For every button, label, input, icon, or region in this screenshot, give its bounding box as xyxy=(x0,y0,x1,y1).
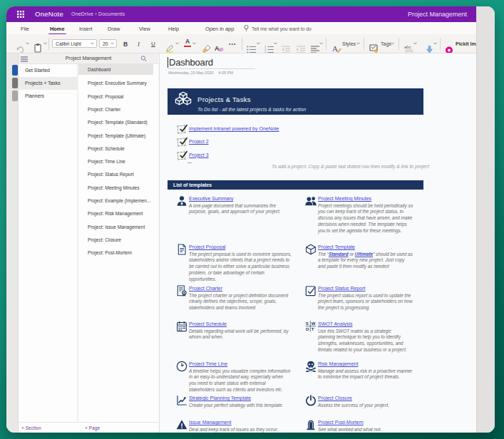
section-color-tab[interactable] xyxy=(12,91,18,101)
highlight-button[interactable] xyxy=(165,39,174,53)
page-item[interactable]: Project: Charter xyxy=(78,103,153,116)
font-color-button[interactable]: A xyxy=(184,38,191,47)
paste-dropdown-chevron[interactable] xyxy=(43,42,47,45)
new-page-button[interactable]: + Page xyxy=(85,425,100,430)
bullets-chevron[interactable] xyxy=(257,42,260,45)
italic-button[interactable]: I xyxy=(138,34,140,53)
bold-button[interactable]: B xyxy=(123,34,128,53)
menu-draw[interactable]: Draw xyxy=(108,26,120,32)
page-item[interactable]: Project: Time Line xyxy=(78,155,153,168)
template-link[interactable]: Project Charter xyxy=(189,286,224,291)
skull-icon xyxy=(305,361,317,372)
styles-chevron[interactable] xyxy=(356,42,360,45)
breadcrumb[interactable]: OneDrive › Documents xyxy=(71,11,125,16)
paste-button[interactable] xyxy=(34,38,41,53)
bullets-button[interactable] xyxy=(247,40,256,53)
page-item[interactable]: Project: Proposal xyxy=(78,91,153,103)
new-section-button[interactable]: + Section xyxy=(21,425,41,430)
page-item[interactable]: Project: Template (Standard) xyxy=(78,116,153,129)
template-link[interactable]: Project Meeting Minutes xyxy=(318,196,373,201)
template-link[interactable]: Strategic Planning Template xyxy=(189,396,252,401)
menu-view[interactable]: View xyxy=(139,26,150,32)
page-item[interactable]: Project: Executive Summary xyxy=(78,77,153,90)
page-item[interactable]: Project: Risk Management xyxy=(78,207,153,220)
spelling-chevron[interactable] xyxy=(413,42,417,45)
section-color-tab[interactable] xyxy=(12,78,18,88)
app-launcher-icon[interactable] xyxy=(17,11,24,18)
styles-button[interactable]: Styles xyxy=(342,34,356,53)
page-item[interactable]: Project: Example (Implemen... xyxy=(78,195,153,207)
format-painter-button[interactable] xyxy=(202,39,211,53)
tags-button[interactable]: Tags xyxy=(381,34,391,53)
styles-icon[interactable]: A xyxy=(332,39,341,53)
page-item[interactable]: Project: Status Report xyxy=(78,168,153,181)
download-chevron[interactable] xyxy=(433,42,437,45)
page-item[interactable]: Project: Issue Management xyxy=(78,221,153,234)
increase-indent-button[interactable] xyxy=(297,40,305,53)
numbering-chevron[interactable] xyxy=(274,42,277,45)
page-date-value: Wednesday, 20 May 2020 xyxy=(168,71,213,75)
pickit-button[interactable]: Pickit Ima xyxy=(456,34,476,53)
menu-insert[interactable]: Insert xyxy=(79,26,92,32)
alignment-button[interactable] xyxy=(311,40,319,53)
section-item[interactable]: Planners xyxy=(19,90,77,103)
page-item[interactable]: Project: Closure xyxy=(78,234,153,247)
template-link[interactable]: Project Time Line xyxy=(189,361,229,366)
page-canvas[interactable]: Dashboard Wednesday, 20 May 20204:05 PM … xyxy=(159,53,476,433)
todo-link[interactable]: Implement Intranet powered by OneNote xyxy=(189,126,279,131)
page-item[interactable]: Dashboard xyxy=(78,64,153,75)
tell-me-box[interactable]: Tell me what you want to do xyxy=(252,26,312,31)
template-link[interactable]: Project Schedule xyxy=(189,321,228,326)
page-item[interactable]: Project: Post-Mortem xyxy=(78,247,153,259)
app-name[interactable]: OneNote xyxy=(35,10,63,18)
todo-link[interactable]: Project 3 xyxy=(189,153,209,157)
template-link[interactable]: Issue Management xyxy=(189,420,233,425)
download-arrow-icon[interactable] xyxy=(426,40,433,53)
numbering-button[interactable]: 123 xyxy=(264,40,274,53)
more-font-options-button[interactable]: ••• xyxy=(229,34,236,53)
menu-file[interactable]: File xyxy=(21,26,29,32)
template-desc-link[interactable]: Ultimate xyxy=(355,252,373,257)
font-name-value: Calibri Light xyxy=(53,41,91,46)
template-link[interactable]: Project Post-Mortem xyxy=(318,420,365,425)
font-name-select[interactable]: Calibri Light xyxy=(52,39,97,48)
panel-header: Project Management xyxy=(19,53,158,64)
decrease-indent-button[interactable] xyxy=(282,40,290,53)
notebook-title[interactable]: Project Management xyxy=(19,56,158,61)
tags-chevron[interactable] xyxy=(391,42,394,45)
page-item[interactable]: Project: Meeting Minutes xyxy=(78,182,153,195)
menu-help[interactable]: Help xyxy=(168,26,179,32)
font-size-select[interactable]: 20 xyxy=(99,39,117,48)
empty-row-dash xyxy=(187,162,192,163)
section-color-tab[interactable] xyxy=(12,65,18,76)
underline-button[interactable]: U xyxy=(151,34,155,53)
open-in-app-button[interactable]: Open in app xyxy=(205,26,234,32)
template-link[interactable]: Project Proposal xyxy=(189,244,227,249)
menu-home[interactable]: Home xyxy=(50,26,65,32)
clear-formatting-button[interactable]: A xyxy=(215,38,224,53)
page-item[interactable]: Project: Template (Ultimate) xyxy=(78,130,153,143)
page-title[interactable]: Dashboard xyxy=(169,57,213,68)
search-icon[interactable] xyxy=(140,56,147,62)
section-item[interactable]: Get Started xyxy=(19,64,77,77)
pickit-logo[interactable] xyxy=(446,41,453,53)
template-link[interactable]: Project Status Report xyxy=(318,286,367,291)
template-link[interactable]: Executive Summary xyxy=(189,196,235,201)
page-item[interactable]: Project: Schedule xyxy=(78,143,153,155)
undo-button[interactable] xyxy=(16,40,24,53)
alignment-chevron[interactable] xyxy=(319,42,323,45)
template-description: See what worked and what not. xyxy=(318,427,471,433)
tags-icon[interactable] xyxy=(369,39,379,53)
todo-instruction-note: To add a project: Copy & paste last dott… xyxy=(272,164,429,169)
template-link[interactable]: SWOT Analysis xyxy=(318,321,354,326)
undo-dropdown-chevron[interactable] xyxy=(26,42,29,45)
todo-link[interactable]: Project 2 xyxy=(189,139,209,144)
section-item[interactable]: Projects + Tasks xyxy=(19,77,77,90)
font-color-chevron[interactable] xyxy=(192,42,196,45)
spelling-icon[interactable]: abc xyxy=(404,39,414,53)
template-link[interactable]: Project Closure xyxy=(318,396,354,401)
template-link[interactable]: Risk Management xyxy=(318,361,359,366)
highlight-chevron[interactable] xyxy=(175,42,179,45)
template-link[interactable]: Project Template xyxy=(318,244,356,249)
template-desc-link[interactable]: Standard xyxy=(329,252,349,257)
